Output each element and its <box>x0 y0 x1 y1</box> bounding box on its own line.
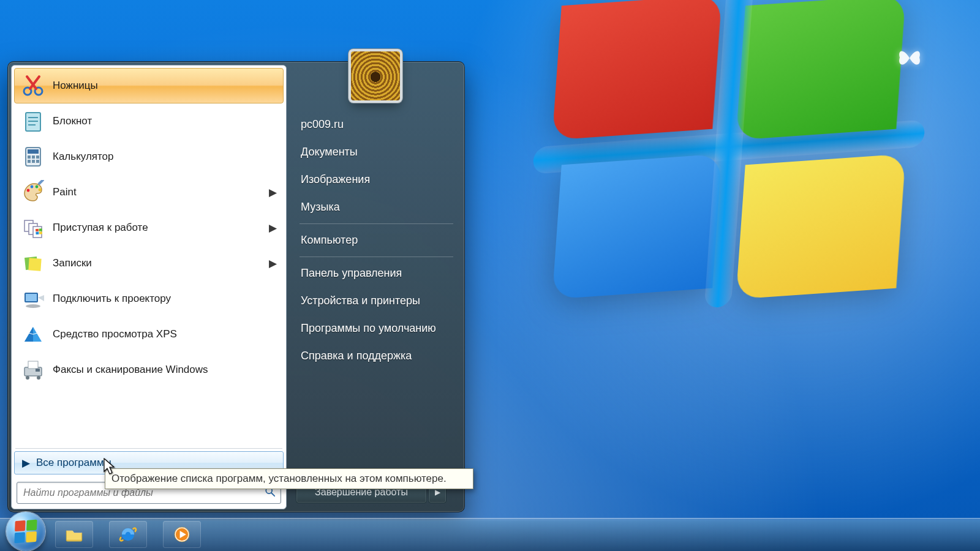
snipping-tool-icon <box>21 73 45 98</box>
pinned-programs-list: Ножницы Блокнот Калькулятор Paint ▶ <box>12 66 286 444</box>
svg-rect-8 <box>28 160 31 163</box>
calculator-icon <box>21 144 45 169</box>
file-explorer-icon <box>64 524 85 545</box>
svg-rect-28 <box>28 361 38 369</box>
all-programs-label: Все программы <box>36 457 111 469</box>
xps-viewer-icon <box>21 322 45 347</box>
control-panel-link[interactable]: Панель управления <box>296 260 457 287</box>
svg-point-26 <box>26 304 40 308</box>
notepad-icon <box>21 109 45 133</box>
svg-point-14 <box>39 189 42 192</box>
svg-point-11 <box>27 189 30 192</box>
start-menu: Ножницы Блокнот Калькулятор Paint ▶ <box>7 61 465 512</box>
taskbar <box>0 518 980 551</box>
svg-point-12 <box>31 186 34 189</box>
program-item-label: Записки <box>53 257 92 269</box>
program-item-label: Приступая к работе <box>53 222 148 234</box>
program-item-snipping-tool[interactable]: Ножницы <box>14 68 284 103</box>
program-item-label: Ножницы <box>53 80 98 92</box>
music-link[interactable]: Музыка <box>296 193 457 221</box>
program-item-calculator[interactable]: Калькулятор <box>14 139 284 174</box>
svg-rect-6 <box>32 156 35 159</box>
getting-started-icon <box>21 216 45 240</box>
devices-printers-link[interactable]: Устройства и принтеры <box>296 287 457 315</box>
program-item-xps-viewer[interactable]: Средство просмотра XPS <box>14 317 284 352</box>
start-menu-right-panel: pc009.ru Документы Изображения Музыка Ко… <box>296 111 457 501</box>
paint-icon <box>21 180 45 204</box>
pictures-link[interactable]: Изображения <box>296 166 457 193</box>
media-player-icon <box>172 524 192 545</box>
program-item-label: Калькулятор <box>53 151 114 163</box>
taskbar-pinned-internet-explorer[interactable] <box>109 521 147 548</box>
computer-link[interactable]: Компьютер <box>296 227 457 254</box>
svg-rect-7 <box>36 156 39 159</box>
taskbar-pinned-file-explorer[interactable] <box>55 521 93 548</box>
taskbar-pinned-media-player[interactable] <box>163 521 201 548</box>
sticky-notes-icon <box>21 251 45 276</box>
program-item-connect-projector[interactable]: Подключить к проектору <box>14 281 284 317</box>
program-item-fax-scan[interactable]: Факсы и сканирование Windows <box>14 352 284 388</box>
submenu-arrow-icon: ▶ <box>269 222 277 234</box>
svg-rect-19 <box>39 228 42 231</box>
triangle-right-icon: ▶ <box>22 457 30 470</box>
svg-rect-4 <box>28 149 39 154</box>
program-item-notepad[interactable]: Блокнот <box>14 103 284 139</box>
program-item-getting-started[interactable]: Приступая к работе ▶ <box>14 210 284 246</box>
submenu-arrow-icon: ▶ <box>269 257 277 270</box>
divider <box>300 257 453 257</box>
svg-rect-20 <box>36 232 39 235</box>
user-folder-link[interactable]: pc009.ru <box>296 111 457 138</box>
svg-rect-9 <box>32 160 35 163</box>
tooltip: Отображение списка программ, установленн… <box>105 468 473 489</box>
divider <box>15 448 282 449</box>
svg-rect-23 <box>28 258 41 271</box>
documents-link[interactable]: Документы <box>296 138 457 166</box>
svg-rect-5 <box>28 156 31 159</box>
divider <box>300 223 453 224</box>
svg-point-31 <box>37 376 40 380</box>
svg-point-30 <box>26 376 29 380</box>
program-item-label: Факсы и сканирование Windows <box>53 364 208 376</box>
default-programs-link[interactable]: Программы по умолчанию <box>296 315 457 342</box>
help-support-link[interactable]: Справка и поддержка <box>296 342 457 370</box>
start-menu-left-panel: Ножницы Блокнот Калькулятор Paint ▶ <box>11 65 287 509</box>
svg-rect-18 <box>36 229 39 232</box>
svg-point-13 <box>36 186 39 189</box>
program-item-label: Подключить к проектору <box>53 293 171 305</box>
internet-explorer-icon <box>118 524 138 545</box>
triangle-right-icon: ▶ <box>435 488 440 497</box>
program-item-sticky-notes[interactable]: Записки ▶ <box>14 246 284 281</box>
program-item-paint[interactable]: Paint ▶ <box>14 174 284 210</box>
program-item-label: Paint <box>53 186 77 198</box>
svg-rect-29 <box>36 369 40 372</box>
start-button[interactable] <box>6 512 45 551</box>
svg-rect-10 <box>36 160 39 163</box>
svg-rect-25 <box>26 294 37 301</box>
submenu-arrow-icon: ▶ <box>269 186 277 199</box>
projector-icon <box>21 287 45 311</box>
fax-scan-icon <box>21 358 45 382</box>
program-item-label: Блокнот <box>53 115 92 127</box>
program-item-label: Средство просмотра XPS <box>53 328 177 340</box>
svg-rect-21 <box>39 231 42 234</box>
user-avatar[interactable] <box>351 51 400 100</box>
windows-logo-icon <box>14 520 37 544</box>
